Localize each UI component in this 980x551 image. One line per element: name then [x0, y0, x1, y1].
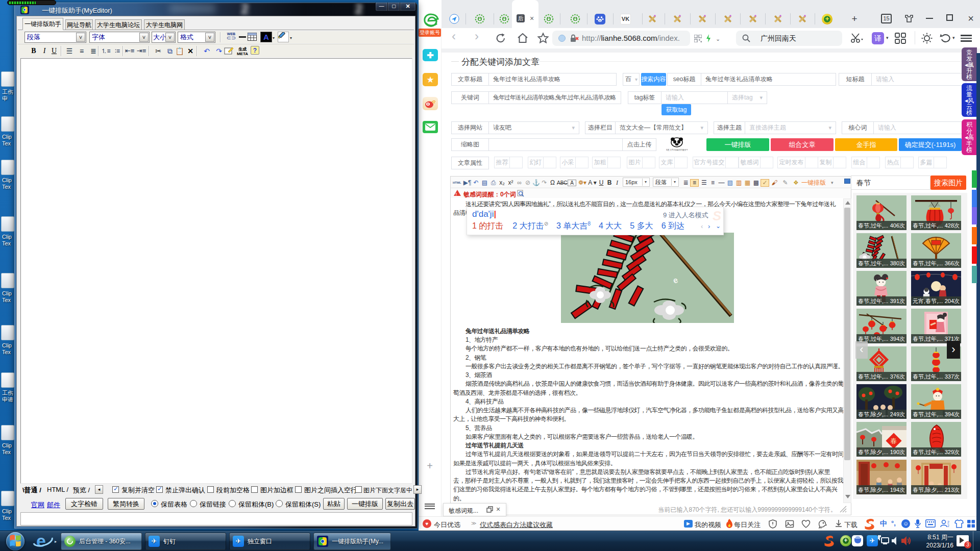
svg-text:2: 2: [947, 524, 949, 528]
svg-text:e: e: [36, 532, 46, 550]
svg-text:2: 2: [947, 520, 949, 524]
svg-text:du: du: [599, 19, 602, 22]
svg-text:春: 春: [891, 437, 897, 445]
svg-text:英迈思 文化传媒内容服务平台: 英迈思 文化传媒内容服务平台: [666, 148, 688, 151]
